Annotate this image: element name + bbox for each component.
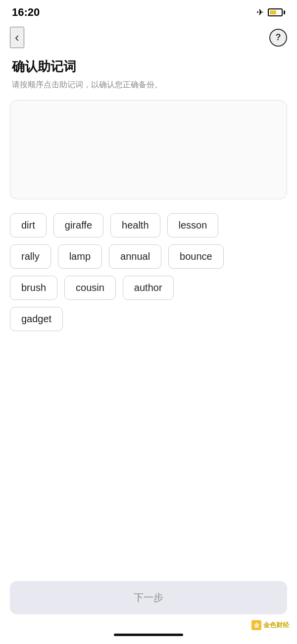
nav-bar: ‹ ? bbox=[0, 23, 297, 56]
page-subtitle: 请按顺序点击助记词，以确认您正确备份。 bbox=[12, 79, 285, 90]
watermark-text: 金色财经 bbox=[263, 621, 289, 630]
battery-tip bbox=[284, 10, 285, 14]
word-chip-gadget[interactable]: gadget bbox=[10, 307, 63, 331]
status-bar: 16:20 ✈ bbox=[0, 0, 297, 23]
word-chip-giraffe[interactable]: giraffe bbox=[53, 213, 103, 237]
word-chip-rally[interactable]: rally bbox=[10, 244, 51, 269]
word-chip-author[interactable]: author bbox=[123, 276, 174, 300]
watermark: 金 金色财经 bbox=[251, 620, 289, 630]
word-row-3: brush cousin author bbox=[10, 276, 287, 300]
word-chip-lesson[interactable]: lesson bbox=[167, 213, 219, 237]
word-chip-bounce[interactable]: bounce bbox=[168, 244, 224, 269]
word-chip-cousin[interactable]: cousin bbox=[64, 276, 116, 300]
word-chip-health[interactable]: health bbox=[110, 213, 160, 237]
word-chip-dirt[interactable]: dirt bbox=[10, 213, 47, 237]
watermark-icon: 金 bbox=[251, 620, 261, 630]
page-title: 确认助记词 bbox=[12, 58, 285, 75]
header: 确认助记词 请按顺序点击助记词，以确认您正确备份。 bbox=[0, 56, 297, 100]
home-indicator bbox=[114, 634, 183, 636]
word-row-4: gadget bbox=[10, 307, 287, 331]
word-chip-brush[interactable]: brush bbox=[10, 276, 57, 300]
battery-icon bbox=[268, 8, 285, 16]
status-time: 16:20 bbox=[12, 6, 40, 19]
word-row-2: rally lamp annual bounce bbox=[10, 244, 287, 269]
battery-fill bbox=[270, 10, 276, 14]
word-chip-annual[interactable]: annual bbox=[109, 244, 161, 269]
mnemonic-display-box bbox=[10, 100, 287, 199]
next-button-container: 下一步 bbox=[10, 581, 287, 614]
help-button[interactable]: ? bbox=[269, 29, 287, 47]
battery-body bbox=[268, 8, 283, 16]
back-button[interactable]: ‹ bbox=[10, 27, 24, 48]
status-icons: ✈ bbox=[256, 7, 285, 18]
next-button[interactable]: 下一步 bbox=[10, 581, 287, 614]
airplane-icon: ✈ bbox=[256, 7, 264, 18]
word-chip-lamp[interactable]: lamp bbox=[58, 244, 102, 269]
words-container: dirt giraffe health lesson rally lamp an… bbox=[0, 213, 297, 331]
word-row-1: dirt giraffe health lesson bbox=[10, 213, 287, 237]
